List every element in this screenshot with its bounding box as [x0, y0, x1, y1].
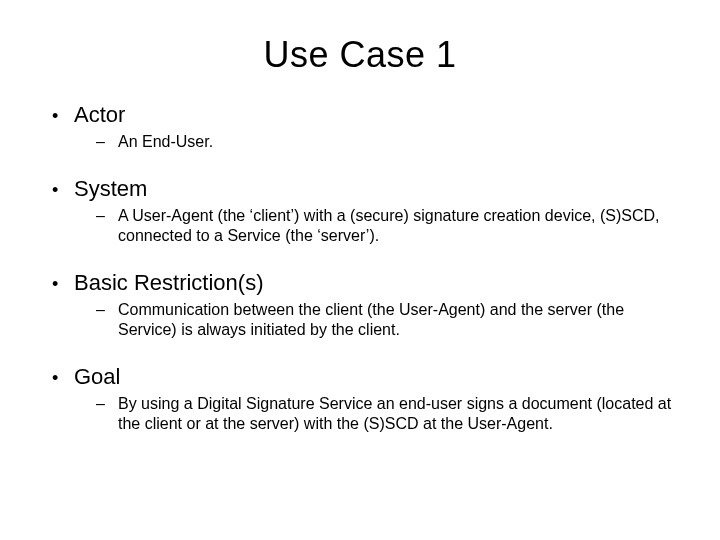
section-item: – An End-User. — [96, 132, 672, 152]
section-heading: • Basic Restriction(s) — [52, 270, 672, 296]
section-item: – By using a Digital Signature Service a… — [96, 394, 672, 434]
heading-text: Goal — [74, 364, 120, 390]
bullet-icon: • — [52, 273, 74, 295]
section-system: • System – A User-Agent (the ‘client’) w… — [48, 176, 672, 246]
heading-text: Actor — [74, 102, 125, 128]
item-text: By using a Digital Signature Service an … — [118, 394, 672, 434]
slide: Use Case 1 • Actor – An End-User. • Syst… — [0, 0, 720, 540]
section-basic-restrictions: • Basic Restriction(s) – Communication b… — [48, 270, 672, 340]
item-text: A User-Agent (the ‘client’) with a (secu… — [118, 206, 672, 246]
bullet-icon: • — [52, 105, 74, 127]
section-actor: • Actor – An End-User. — [48, 102, 672, 152]
bullet-icon: • — [52, 367, 74, 389]
slide-title: Use Case 1 — [48, 34, 672, 76]
heading-text: Basic Restriction(s) — [74, 270, 263, 296]
dash-icon: – — [96, 394, 118, 414]
section-heading: • System — [52, 176, 672, 202]
dash-icon: – — [96, 206, 118, 226]
item-text: An End-User. — [118, 132, 213, 152]
section-heading: • Goal — [52, 364, 672, 390]
heading-text: System — [74, 176, 147, 202]
section-heading: • Actor — [52, 102, 672, 128]
bullet-icon: • — [52, 179, 74, 201]
item-text: Communication between the client (the Us… — [118, 300, 672, 340]
section-goal: • Goal – By using a Digital Signature Se… — [48, 364, 672, 434]
section-item: – A User-Agent (the ‘client’) with a (se… — [96, 206, 672, 246]
dash-icon: – — [96, 132, 118, 152]
dash-icon: – — [96, 300, 118, 320]
section-item: – Communication between the client (the … — [96, 300, 672, 340]
